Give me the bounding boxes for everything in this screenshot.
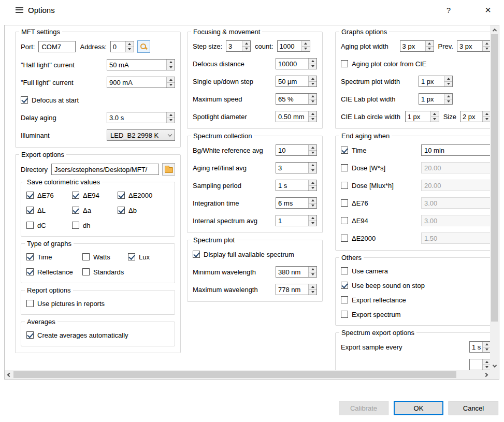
spinner-arrows-icon[interactable]: [166, 112, 175, 123]
lab-circle-width-spinner[interactable]: 1 px: [405, 111, 439, 122]
checkbox-graph-reflectance[interactable]: Reflectance: [26, 267, 82, 277]
spinner-arrows-icon[interactable]: [308, 94, 316, 104]
end-de2000-field[interactable]: 1.50: [421, 232, 490, 244]
spinner-arrows-icon[interactable]: [308, 163, 316, 173]
delay-aging-spinner[interactable]: 3.0 s: [107, 112, 175, 123]
max-wavelength-spinner[interactable]: 778 nm: [276, 284, 317, 295]
aging-ref-spinner[interactable]: 3: [276, 162, 317, 173]
spinner-arrows-icon[interactable]: [425, 41, 434, 51]
spinner-arrows-icon[interactable]: [166, 60, 175, 70]
prev-width-spinner[interactable]: 3 px: [457, 40, 490, 52]
checkbox-end-de94[interactable]: ΔE94: [341, 216, 421, 225]
spinner-arrows-icon[interactable]: [308, 76, 316, 86]
checkbox-export-reflectance[interactable]: Export reflectance: [341, 295, 490, 304]
horizontal-scrollbar[interactable]: [5, 370, 490, 379]
aging-plot-width-spinner[interactable]: 3 px: [400, 40, 434, 52]
checkbox-dh[interactable]: dh: [72, 221, 118, 230]
spinner-arrows-icon[interactable]: [482, 359, 490, 370]
export-extra-spinner[interactable]: [469, 359, 490, 370]
spinner-arrows-icon[interactable]: [482, 111, 490, 122]
spinner-arrows-icon[interactable]: [482, 342, 490, 352]
checkbox-dl[interactable]: ΔL: [26, 206, 72, 215]
close-button[interactable]: ×: [479, 3, 497, 17]
checkbox-end-time[interactable]: Time: [341, 145, 421, 155]
half-light-spinner[interactable]: 50 mA: [107, 59, 175, 70]
internal-spectrum-spinner[interactable]: 1: [276, 215, 317, 226]
count-spinner[interactable]: 1000: [277, 40, 310, 52]
scroll-down-button[interactable]: [490, 361, 499, 370]
spinner-arrows-icon[interactable]: [308, 215, 316, 226]
size-spinner[interactable]: 2 px: [460, 111, 490, 122]
checkbox-use-camera[interactable]: Use camera: [341, 266, 490, 275]
end-dose-mluxh-field[interactable]: 20.00: [421, 180, 490, 191]
spinner-arrows-icon[interactable]: [482, 41, 490, 51]
checkbox-graph-watts[interactable]: Watts: [82, 252, 128, 261]
end-de76-field[interactable]: 3.00: [421, 197, 490, 209]
checkbox-db[interactable]: Δb: [118, 206, 169, 215]
spinner-arrows-icon[interactable]: [444, 76, 452, 86]
checkbox-end-de76[interactable]: ΔE76: [341, 198, 421, 208]
checkbox-display-full-spectrum[interactable]: Display full available spectrum: [193, 250, 294, 259]
checkbox-de76[interactable]: ΔE76: [26, 191, 72, 200]
spinner-arrows-icon[interactable]: [308, 180, 316, 191]
spinner-arrows-icon[interactable]: [308, 267, 316, 277]
browse-directory-button[interactable]: [162, 163, 175, 176]
end-dose-ws-field[interactable]: 20.00: [421, 162, 490, 173]
export-sample-spinner[interactable]: 1 s: [469, 341, 490, 353]
port-input[interactable]: COM7: [38, 41, 76, 52]
lab-plot-width-spinner[interactable]: 1 px: [419, 93, 453, 105]
address-spinner[interactable]: 0: [110, 41, 134, 52]
checkbox-aging-color-cie[interactable]: Aging plot color from CIE: [341, 59, 427, 68]
cancel-button[interactable]: Cancel: [449, 401, 498, 415]
directory-input[interactable]: Jsers/cstephens/Desktop/MFT/: [51, 164, 159, 175]
spinner-arrows-icon[interactable]: [430, 111, 439, 122]
spinner-arrows-icon[interactable]: [444, 94, 452, 104]
checkbox-graph-time[interactable]: Time: [26, 252, 82, 261]
checkbox-end-dose-ws[interactable]: Dose [W*s]: [341, 163, 421, 172]
min-wavelength-spinner[interactable]: 380 nm: [276, 266, 317, 278]
spinner-arrows-icon[interactable]: [308, 284, 316, 295]
checkbox-create-averages[interactable]: Create averages automatically: [26, 330, 169, 340]
max-speed-spinner[interactable]: 65 %: [276, 93, 317, 105]
spinner-arrows-icon[interactable]: [125, 41, 134, 52]
step-size-spinner[interactable]: 3: [226, 40, 251, 52]
updown-step-spinner[interactable]: 50 µm: [276, 76, 317, 87]
checkbox-de2000[interactable]: ΔE2000: [118, 191, 169, 200]
spinner-arrows-icon[interactable]: [308, 111, 316, 122]
end-time-field[interactable]: 10 min: [421, 144, 490, 156]
spinner-arrows-icon[interactable]: [308, 145, 316, 155]
horizontal-scroll-thumb[interactable]: [13, 371, 456, 378]
spinner-arrows-icon[interactable]: [308, 198, 316, 208]
checkbox-graph-lux[interactable]: Lux: [128, 252, 169, 261]
spotlight-diameter-spinner[interactable]: 0.50 mm: [276, 111, 317, 122]
spinner-arrows-icon[interactable]: [166, 77, 175, 88]
checkbox-end-de2000[interactable]: ΔE2000: [341, 234, 421, 243]
spinner-arrows-icon[interactable]: [242, 41, 250, 51]
vertical-scroll-thumb[interactable]: [491, 34, 498, 322]
scroll-up-button[interactable]: [490, 25, 499, 34]
checkbox-dc[interactable]: dC: [26, 221, 72, 230]
sampling-period-spinner[interactable]: 1 s: [276, 180, 317, 191]
help-button[interactable]: ?: [440, 3, 457, 17]
checkbox-beep-on-stop[interactable]: Use beep sound on stop: [341, 281, 490, 290]
checkbox-de94[interactable]: ΔE94: [72, 191, 118, 200]
spectrum-plot-width-spinner[interactable]: 1 px: [419, 76, 453, 87]
vertical-scrollbar[interactable]: [490, 25, 499, 370]
full-light-spinner[interactable]: 900 mA: [107, 77, 175, 88]
defocus-distance-spinner[interactable]: 10000: [276, 58, 317, 69]
end-de94-field[interactable]: 3.00: [421, 215, 490, 226]
checkbox-graph-standards[interactable]: Standards: [82, 267, 128, 277]
checkbox-da[interactable]: Δa: [72, 206, 118, 215]
integration-time-spinner[interactable]: 6 ms: [276, 197, 317, 209]
checkbox-use-pictures[interactable]: Use pictures in reports: [26, 299, 169, 308]
bg-white-ref-spinner[interactable]: 10: [276, 144, 317, 156]
illuminant-select[interactable]: LED_B2 2998 K: [107, 129, 175, 141]
spinner-arrows-icon[interactable]: [301, 41, 310, 51]
checkbox-export-spectrum[interactable]: Export spectrum: [341, 310, 490, 319]
scroll-right-button[interactable]: [481, 370, 490, 379]
calibrate-button[interactable]: Calibrate: [339, 401, 388, 415]
port-search-button[interactable]: [137, 40, 150, 53]
ok-button[interactable]: OK: [394, 401, 443, 415]
checkbox-defocus-at-start[interactable]: Defocus at start: [21, 95, 79, 105]
checkbox-end-dose-mluxh[interactable]: Dose [Mlux*h]: [341, 181, 421, 190]
